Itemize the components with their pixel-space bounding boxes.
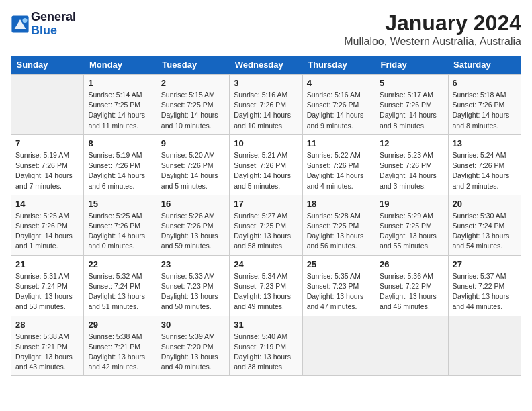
day-number: 16 bbox=[161, 199, 225, 209]
calendar-week-row: 1Sunrise: 5:14 AM Sunset: 7:25 PM Daylig… bbox=[11, 75, 521, 135]
calendar-table: SundayMondayTuesdayWednesdayThursdayFrid… bbox=[11, 56, 521, 376]
calendar-week-row: 28Sunrise: 5:38 AM Sunset: 7:21 PM Dayli… bbox=[11, 316, 521, 376]
day-content: Sunrise: 5:24 AM Sunset: 7:26 PM Dayligh… bbox=[453, 150, 517, 191]
day-number: 15 bbox=[88, 199, 152, 209]
day-content: Sunrise: 5:14 AM Sunset: 7:25 PM Dayligh… bbox=[88, 90, 152, 131]
day-content: Sunrise: 5:15 AM Sunset: 7:25 PM Dayligh… bbox=[161, 90, 225, 131]
day-content: Sunrise: 5:32 AM Sunset: 7:24 PM Dayligh… bbox=[88, 271, 152, 312]
logo-icon bbox=[11, 15, 30, 34]
calendar-cell: 13Sunrise: 5:24 AM Sunset: 7:26 PM Dayli… bbox=[448, 134, 521, 195]
day-number: 22 bbox=[88, 259, 152, 269]
day-content: Sunrise: 5:25 AM Sunset: 7:26 PM Dayligh… bbox=[15, 211, 79, 252]
day-content: Sunrise: 5:25 AM Sunset: 7:26 PM Dayligh… bbox=[88, 211, 152, 252]
calendar-cell: 17Sunrise: 5:27 AM Sunset: 7:25 PM Dayli… bbox=[230, 195, 302, 255]
calendar-cell: 28Sunrise: 5:38 AM Sunset: 7:21 PM Dayli… bbox=[11, 316, 84, 376]
day-number: 18 bbox=[307, 199, 371, 209]
day-number: 17 bbox=[234, 199, 298, 209]
calendar-cell: 1Sunrise: 5:14 AM Sunset: 7:25 PM Daylig… bbox=[84, 75, 157, 135]
day-number: 29 bbox=[88, 320, 152, 330]
main-title: January 2024 bbox=[344, 11, 521, 36]
day-content: Sunrise: 5:17 AM Sunset: 7:26 PM Dayligh… bbox=[380, 90, 443, 131]
weekday-header-saturday: Saturday bbox=[448, 56, 521, 75]
calendar-cell: 6Sunrise: 5:18 AM Sunset: 7:26 PM Daylig… bbox=[448, 75, 521, 135]
day-number: 5 bbox=[380, 78, 443, 88]
day-number: 10 bbox=[234, 138, 298, 148]
weekday-header-thursday: Thursday bbox=[302, 56, 375, 75]
day-number: 4 bbox=[307, 78, 371, 88]
day-content: Sunrise: 5:38 AM Sunset: 7:21 PM Dayligh… bbox=[15, 332, 79, 373]
weekday-header-tuesday: Tuesday bbox=[157, 56, 229, 75]
day-number: 19 bbox=[380, 199, 443, 209]
header: General Blue January 2024 Mullaloo, West… bbox=[11, 11, 521, 48]
day-content: Sunrise: 5:34 AM Sunset: 7:23 PM Dayligh… bbox=[234, 271, 298, 312]
day-content: Sunrise: 5:19 AM Sunset: 7:26 PM Dayligh… bbox=[15, 150, 79, 191]
day-content: Sunrise: 5:39 AM Sunset: 7:20 PM Dayligh… bbox=[161, 332, 225, 373]
day-number: 27 bbox=[453, 259, 517, 269]
calendar-cell: 22Sunrise: 5:32 AM Sunset: 7:24 PM Dayli… bbox=[84, 255, 157, 316]
title-area: January 2024 Mullaloo, Western Australia… bbox=[344, 11, 521, 48]
day-number: 13 bbox=[453, 138, 517, 148]
calendar-cell: 5Sunrise: 5:17 AM Sunset: 7:26 PM Daylig… bbox=[375, 75, 448, 135]
calendar-cell: 20Sunrise: 5:30 AM Sunset: 7:24 PM Dayli… bbox=[448, 195, 521, 255]
day-content: Sunrise: 5:29 AM Sunset: 7:25 PM Dayligh… bbox=[380, 211, 443, 252]
calendar-cell bbox=[375, 316, 448, 376]
calendar-cell: 18Sunrise: 5:28 AM Sunset: 7:25 PM Dayli… bbox=[302, 195, 375, 255]
day-content: Sunrise: 5:27 AM Sunset: 7:25 PM Dayligh… bbox=[234, 211, 298, 252]
day-content: Sunrise: 5:35 AM Sunset: 7:23 PM Dayligh… bbox=[307, 271, 371, 312]
day-number: 8 bbox=[88, 138, 152, 148]
day-number: 26 bbox=[380, 259, 443, 269]
day-content: Sunrise: 5:26 AM Sunset: 7:26 PM Dayligh… bbox=[161, 211, 225, 252]
day-content: Sunrise: 5:38 AM Sunset: 7:21 PM Dayligh… bbox=[88, 332, 152, 373]
calendar-cell: 3Sunrise: 5:16 AM Sunset: 7:26 PM Daylig… bbox=[230, 75, 302, 135]
day-content: Sunrise: 5:19 AM Sunset: 7:26 PM Dayligh… bbox=[88, 150, 152, 191]
day-number: 21 bbox=[15, 259, 79, 269]
calendar-cell: 16Sunrise: 5:26 AM Sunset: 7:26 PM Dayli… bbox=[157, 195, 229, 255]
calendar-week-row: 7Sunrise: 5:19 AM Sunset: 7:26 PM Daylig… bbox=[11, 134, 521, 195]
day-content: Sunrise: 5:30 AM Sunset: 7:24 PM Dayligh… bbox=[453, 211, 517, 252]
calendar-cell: 11Sunrise: 5:22 AM Sunset: 7:26 PM Dayli… bbox=[302, 134, 375, 195]
calendar-cell: 10Sunrise: 5:21 AM Sunset: 7:26 PM Dayli… bbox=[230, 134, 302, 195]
calendar-cell: 12Sunrise: 5:23 AM Sunset: 7:26 PM Dayli… bbox=[375, 134, 448, 195]
calendar-cell: 9Sunrise: 5:20 AM Sunset: 7:26 PM Daylig… bbox=[157, 134, 229, 195]
day-content: Sunrise: 5:21 AM Sunset: 7:26 PM Dayligh… bbox=[234, 150, 298, 191]
day-number: 7 bbox=[15, 138, 79, 148]
day-number: 12 bbox=[380, 138, 443, 148]
calendar-cell: 23Sunrise: 5:33 AM Sunset: 7:23 PM Dayli… bbox=[157, 255, 229, 316]
calendar-cell: 4Sunrise: 5:16 AM Sunset: 7:26 PM Daylig… bbox=[302, 75, 375, 135]
logo: General Blue bbox=[11, 11, 76, 38]
calendar-cell: 31Sunrise: 5:40 AM Sunset: 7:19 PM Dayli… bbox=[230, 316, 302, 376]
day-number: 23 bbox=[161, 259, 225, 269]
logo-text: General Blue bbox=[31, 11, 76, 38]
day-number: 24 bbox=[234, 259, 298, 269]
day-content: Sunrise: 5:36 AM Sunset: 7:22 PM Dayligh… bbox=[380, 271, 443, 312]
calendar-cell: 26Sunrise: 5:36 AM Sunset: 7:22 PM Dayli… bbox=[375, 255, 448, 316]
day-number: 3 bbox=[234, 78, 298, 88]
day-content: Sunrise: 5:28 AM Sunset: 7:25 PM Dayligh… bbox=[307, 211, 371, 252]
day-number: 14 bbox=[15, 199, 79, 209]
day-content: Sunrise: 5:16 AM Sunset: 7:26 PM Dayligh… bbox=[234, 90, 298, 131]
day-content: Sunrise: 5:18 AM Sunset: 7:26 PM Dayligh… bbox=[453, 90, 517, 131]
day-content: Sunrise: 5:31 AM Sunset: 7:24 PM Dayligh… bbox=[15, 271, 79, 312]
day-number: 30 bbox=[161, 320, 225, 330]
calendar-cell: 25Sunrise: 5:35 AM Sunset: 7:23 PM Dayli… bbox=[302, 255, 375, 316]
day-number: 11 bbox=[307, 138, 371, 148]
day-number: 1 bbox=[88, 78, 152, 88]
day-content: Sunrise: 5:37 AM Sunset: 7:22 PM Dayligh… bbox=[453, 271, 517, 312]
calendar-cell bbox=[448, 316, 521, 376]
calendar-cell: 15Sunrise: 5:25 AM Sunset: 7:26 PM Dayli… bbox=[84, 195, 157, 255]
day-content: Sunrise: 5:16 AM Sunset: 7:26 PM Dayligh… bbox=[307, 90, 371, 131]
weekday-header-sunday: Sunday bbox=[11, 56, 84, 75]
calendar-week-row: 21Sunrise: 5:31 AM Sunset: 7:24 PM Dayli… bbox=[11, 255, 521, 316]
day-number: 31 bbox=[234, 320, 298, 330]
weekday-header-row: SundayMondayTuesdayWednesdayThursdayFrid… bbox=[11, 56, 521, 75]
day-content: Sunrise: 5:20 AM Sunset: 7:26 PM Dayligh… bbox=[161, 150, 225, 191]
calendar-cell bbox=[11, 75, 84, 135]
calendar-cell: 24Sunrise: 5:34 AM Sunset: 7:23 PM Dayli… bbox=[230, 255, 302, 316]
calendar-week-row: 14Sunrise: 5:25 AM Sunset: 7:26 PM Dayli… bbox=[11, 195, 521, 255]
day-content: Sunrise: 5:23 AM Sunset: 7:26 PM Dayligh… bbox=[380, 150, 443, 191]
calendar-cell: 14Sunrise: 5:25 AM Sunset: 7:26 PM Dayli… bbox=[11, 195, 84, 255]
day-number: 28 bbox=[15, 320, 79, 330]
subtitle: Mullaloo, Western Australia, Australia bbox=[344, 36, 521, 48]
calendar-cell: 21Sunrise: 5:31 AM Sunset: 7:24 PM Dayli… bbox=[11, 255, 84, 316]
day-number: 2 bbox=[161, 78, 225, 88]
